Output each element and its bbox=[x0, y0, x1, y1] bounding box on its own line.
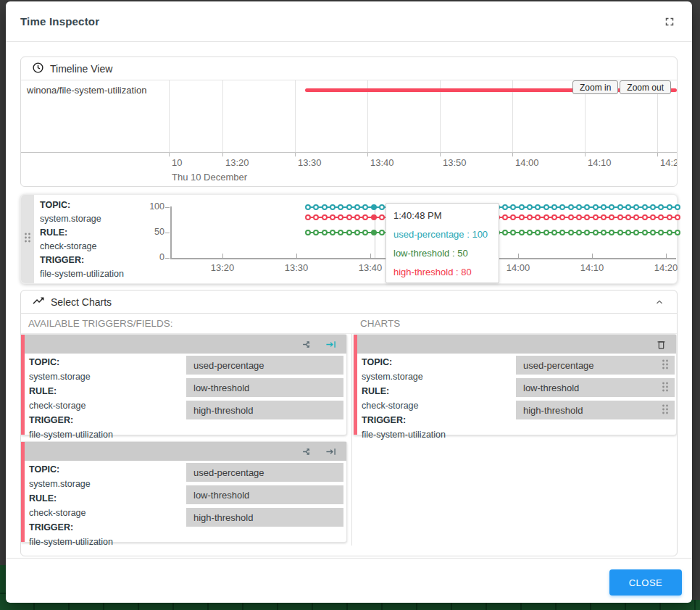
data-point-ring bbox=[371, 214, 377, 220]
data-point-ring bbox=[658, 230, 664, 235]
trigger-value: file-system-utilization bbox=[29, 427, 113, 442]
card-body: TOPIC: system.storage RULE: check-storag… bbox=[21, 354, 346, 435]
trigger-label: TRIGGER: bbox=[362, 415, 406, 425]
chart-x-tick bbox=[296, 254, 297, 258]
fullscreen-button[interactable] bbox=[662, 14, 678, 30]
data-point-ring bbox=[650, 214, 656, 220]
data-point-ring bbox=[551, 230, 557, 235]
chart-y-axis bbox=[170, 206, 172, 259]
data-point-ring bbox=[535, 230, 541, 235]
data-point-ring bbox=[502, 204, 508, 210]
trigger-info: TOPIC: system.storage RULE: check-storag… bbox=[29, 355, 113, 442]
trigger-chart-card: TOPIC: system.storage RULE: check-storag… bbox=[20, 194, 678, 284]
data-point-ring bbox=[675, 214, 680, 220]
data-point-ring bbox=[601, 230, 607, 235]
data-point-ring bbox=[527, 230, 533, 235]
data-point-ring bbox=[338, 214, 343, 220]
close-button[interactable]: CLOSE bbox=[609, 569, 682, 596]
chart-plot[interactable]: 05010013:2013:3013:4013:5014:0014:1014:2… bbox=[21, 195, 677, 283]
available-field-pill[interactable]: low-threshold bbox=[186, 378, 343, 397]
timeline-title: Timeline View bbox=[50, 63, 112, 75]
data-point-ring bbox=[543, 214, 549, 220]
dialog-body: Timeline View winona/file-system-utiliza… bbox=[6, 42, 692, 556]
chart-x-tick bbox=[370, 254, 371, 258]
data-point-ring bbox=[675, 204, 680, 210]
timeline-gridline bbox=[222, 80, 223, 152]
data-point-ring bbox=[510, 214, 516, 220]
timeline-row-label: winona/file-system-utilization bbox=[27, 85, 146, 96]
data-point-ring bbox=[371, 204, 377, 210]
data-point-ring bbox=[568, 204, 574, 210]
data-point-ring bbox=[313, 230, 319, 235]
data-point-ring bbox=[559, 230, 565, 235]
data-point-ring bbox=[362, 204, 368, 210]
timeline-tick bbox=[512, 153, 513, 156]
data-point-ring bbox=[346, 204, 352, 210]
data-point-ring bbox=[642, 230, 648, 235]
data-point-ring bbox=[519, 230, 525, 235]
data-point-ring bbox=[568, 214, 574, 220]
topic-label: TOPIC: bbox=[362, 357, 392, 367]
data-point-ring bbox=[658, 214, 664, 220]
data-point-ring bbox=[593, 214, 599, 220]
zoom-in-button[interactable]: Zoom in bbox=[572, 80, 618, 94]
chart-field-label: low-threshold bbox=[523, 383, 579, 393]
available-field-pill[interactable]: used-percentage bbox=[186, 356, 343, 375]
select-charts-header: Select Charts bbox=[21, 291, 677, 314]
data-point-ring bbox=[609, 214, 614, 220]
add-to-charts-button[interactable] bbox=[324, 337, 339, 352]
tooltip-entries: used-percentage : 100low-threshold : 50h… bbox=[393, 225, 491, 282]
data-point-ring bbox=[354, 214, 360, 220]
card-body: TOPIC: system.storage RULE: check-storag… bbox=[21, 461, 346, 542]
split-fields-button[interactable] bbox=[300, 337, 315, 352]
tooltip-time: 1:40:48 PM bbox=[393, 209, 491, 222]
timeline-tick-label: 14:00 bbox=[515, 157, 539, 168]
chart-y-tick bbox=[165, 258, 170, 259]
zoom-out-button[interactable]: Zoom out bbox=[620, 80, 671, 94]
timeline-tick bbox=[585, 153, 586, 156]
topic-value: system.storage bbox=[29, 369, 113, 384]
available-trigger-card: TOPIC: system.storage RULE: check-storag… bbox=[21, 334, 347, 435]
data-point-ring bbox=[346, 230, 352, 235]
chart-field-pill[interactable]: high-threshold bbox=[516, 401, 675, 419]
chart-definition-card: TOPIC: system.storage RULE: check-storag… bbox=[354, 334, 677, 435]
data-point-ring bbox=[305, 204, 311, 210]
available-field-pill[interactable]: high-threshold bbox=[186, 401, 343, 419]
card-body: TOPIC: system.storage RULE: check-storag… bbox=[354, 354, 676, 435]
split-fields-button[interactable] bbox=[300, 444, 315, 459]
available-field-pill[interactable]: used-percentage bbox=[186, 463, 343, 482]
add-to-charts-button[interactable] bbox=[324, 444, 339, 459]
data-point-ring bbox=[313, 214, 319, 220]
timeline-tick bbox=[222, 153, 223, 156]
timeline-tick bbox=[367, 153, 368, 156]
data-point-ring bbox=[617, 214, 623, 220]
data-point-ring bbox=[551, 214, 557, 220]
select-charts-title: Select Charts bbox=[51, 296, 112, 308]
timeline-zoom-buttons: Zoom in Zoom out bbox=[572, 80, 671, 94]
time-inspector-dialog: Time Inspector Timeline View winona/file… bbox=[6, 1, 692, 603]
trigger-label: TRIGGER: bbox=[29, 522, 73, 532]
chart-field-pill[interactable]: low-threshold bbox=[516, 378, 675, 397]
timeline-tick-label: 13:20 bbox=[225, 157, 249, 168]
data-point-ring bbox=[625, 230, 631, 235]
charts-column: TOPIC: system.storage RULE: check-storag… bbox=[354, 334, 677, 441]
data-point-ring bbox=[617, 230, 623, 235]
available-field-pill[interactable]: high-threshold bbox=[186, 508, 343, 527]
data-point-ring bbox=[510, 204, 516, 210]
data-point-ring bbox=[576, 204, 582, 210]
data-point-ring bbox=[593, 204, 599, 210]
data-point-ring bbox=[379, 214, 385, 220]
data-point-ring bbox=[584, 230, 590, 235]
call-split-icon bbox=[301, 342, 314, 353]
chart-field-label: high-threshold bbox=[523, 405, 583, 416]
chart-y-tick-label: 0 bbox=[143, 252, 164, 262]
timeline-chart[interactable]: winona/file-system-utilization Zoom in Z… bbox=[21, 80, 677, 152]
topic-label: TOPIC: bbox=[29, 357, 59, 367]
collapse-button[interactable] bbox=[653, 296, 666, 309]
chart-field-pill[interactable]: used-percentage bbox=[516, 356, 675, 375]
data-point-ring bbox=[642, 204, 648, 210]
data-point-ring bbox=[527, 204, 533, 210]
available-field-pill[interactable]: low-threshold bbox=[186, 485, 343, 504]
data-point-ring bbox=[354, 230, 360, 235]
delete-chart-button[interactable] bbox=[654, 337, 669, 352]
